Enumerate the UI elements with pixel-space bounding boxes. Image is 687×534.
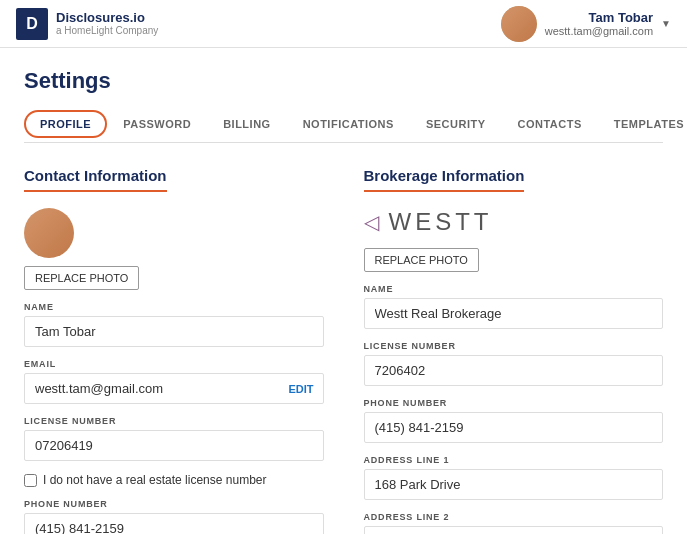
main-columns: Contact Information REPLACE PHOTO NAME E… <box>24 167 663 534</box>
user-email: westt.tam@gmail.com <box>545 25 653 37</box>
user-info: Tam Tobar westt.tam@gmail.com <box>545 10 653 37</box>
brokerage-address1-label: ADDRESS LINE 1 <box>364 455 664 465</box>
contact-license-field: LICENSE NUMBER <box>24 416 324 461</box>
no-license-label: I do not have a real estate license numb… <box>43 473 266 487</box>
no-license-row: I do not have a real estate license numb… <box>24 473 324 487</box>
brokerage-section: Brokerage Information ◁ WESTT REPLACE PH… <box>364 167 664 534</box>
no-license-checkbox[interactable] <box>24 474 37 487</box>
user-area[interactable]: Tam Tobar westt.tam@gmail.com ▼ <box>501 6 671 42</box>
contact-email-input[interactable] <box>24 373 324 404</box>
brokerage-address1-input[interactable] <box>364 469 664 500</box>
westt-logo: ◁ WESTT <box>364 208 493 236</box>
brokerage-section-title: Brokerage Information <box>364 167 525 192</box>
contact-license-label: LICENSE NUMBER <box>24 416 324 426</box>
company-sub: a HomeLight Company <box>56 25 158 37</box>
contact-email-wrapper: EDIT <box>24 373 324 404</box>
tab-contacts[interactable]: CONTACTS <box>502 110 598 143</box>
contact-phone-input[interactable] <box>24 513 324 534</box>
contact-name-field: NAME <box>24 302 324 347</box>
contact-photo-area: REPLACE PHOTO <box>24 208 324 290</box>
contact-replace-photo-button[interactable]: REPLACE PHOTO <box>24 266 139 290</box>
nav-tabs: PROFILE PASSWORD BILLING NOTIFICATIONS S… <box>24 110 663 143</box>
contact-section-title: Contact Information <box>24 167 167 192</box>
brokerage-license-field: LICENSE NUMBER <box>364 341 664 386</box>
contact-license-input[interactable] <box>24 430 324 461</box>
page-title: Settings <box>24 68 663 94</box>
westt-arrow-icon: ◁ <box>364 210 383 234</box>
company-name: Disclosures.io <box>56 10 158 26</box>
avatar-image <box>501 6 537 42</box>
westt-logo-text: WESTT <box>389 208 493 236</box>
tab-password[interactable]: PASSWORD <box>107 110 207 143</box>
logo-text: Disclosures.io a HomeLight Company <box>56 10 158 38</box>
contact-phone-label: PHONE NUMBER <box>24 499 324 509</box>
tab-security[interactable]: SECURITY <box>410 110 502 143</box>
contact-name-label: NAME <box>24 302 324 312</box>
tab-templates[interactable]: TEMPLATES <box>598 110 687 143</box>
brokerage-logo-area: ◁ WESTT <box>364 208 664 236</box>
user-dropdown-arrow[interactable]: ▼ <box>661 18 671 29</box>
brokerage-name-field: NAME <box>364 284 664 329</box>
brokerage-license-label: LICENSE NUMBER <box>364 341 664 351</box>
brokerage-replace-photo-button[interactable]: REPLACE PHOTO <box>364 248 479 272</box>
contact-section: Contact Information REPLACE PHOTO NAME E… <box>24 167 324 534</box>
brokerage-address2-input[interactable] <box>364 526 664 534</box>
contact-profile-photo <box>24 208 74 258</box>
tab-profile[interactable]: PROFILE <box>24 110 107 138</box>
logo-area: D Disclosures.io a HomeLight Company <box>16 8 158 40</box>
brokerage-license-input[interactable] <box>364 355 664 386</box>
brokerage-phone-input[interactable] <box>364 412 664 443</box>
avatar <box>501 6 537 42</box>
brokerage-address2-label: ADDRESS LINE 2 <box>364 512 664 522</box>
tab-notifications[interactable]: NOTIFICATIONS <box>287 110 410 143</box>
brokerage-name-label: NAME <box>364 284 664 294</box>
contact-email-field: EMAIL EDIT <box>24 359 324 404</box>
contact-email-edit-link[interactable]: EDIT <box>288 383 313 395</box>
brokerage-phone-field: PHONE NUMBER <box>364 398 664 443</box>
contact-phone-field: PHONE NUMBER <box>24 499 324 534</box>
brokerage-address2-field: ADDRESS LINE 2 <box>364 512 664 534</box>
brokerage-address1-field: ADDRESS LINE 1 <box>364 455 664 500</box>
contact-email-label: EMAIL <box>24 359 324 369</box>
contact-name-input[interactable] <box>24 316 324 347</box>
user-name: Tam Tobar <box>545 10 653 25</box>
logo-icon: D <box>16 8 48 40</box>
page-content: Settings PROFILE PASSWORD BILLING NOTIFI… <box>0 48 687 534</box>
header: D Disclosures.io a HomeLight Company Tam… <box>0 0 687 48</box>
tab-billing[interactable]: BILLING <box>207 110 287 143</box>
brokerage-name-input[interactable] <box>364 298 664 329</box>
brokerage-phone-label: PHONE NUMBER <box>364 398 664 408</box>
